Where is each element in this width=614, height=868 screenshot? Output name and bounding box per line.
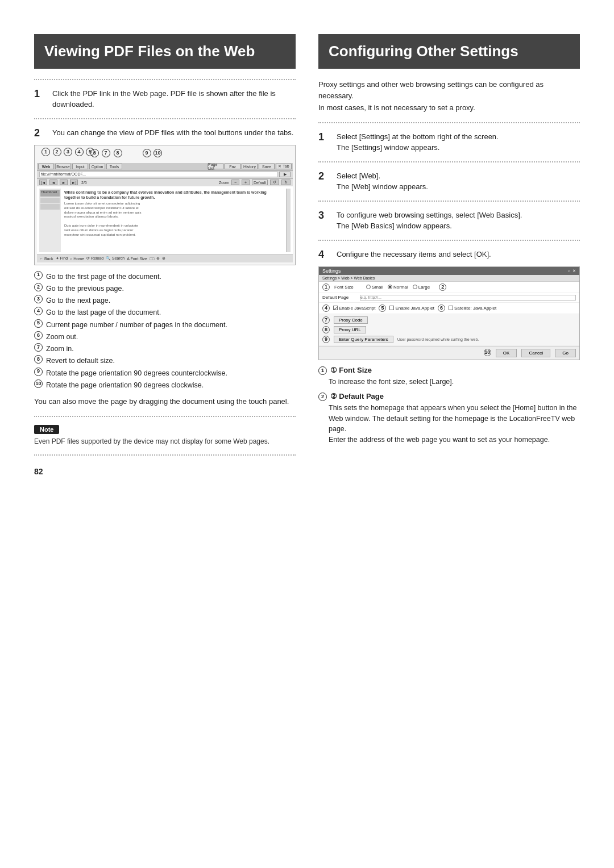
annot-7: 7 bbox=[102, 149, 110, 157]
settings-title: Settings bbox=[322, 268, 341, 274]
fontsize-small-radio[interactable] bbox=[366, 285, 371, 289]
r-step-2: 2 Select [Web]. The [Web] window appears… bbox=[318, 170, 580, 193]
right-intro: Proxy settings and other web browsing se… bbox=[318, 79, 580, 114]
fontsize-large[interactable]: Large bbox=[413, 285, 430, 290]
settings-ok-btn[interactable]: OK bbox=[496, 349, 517, 357]
right-section-title: Configuring Other Settings bbox=[318, 34, 580, 69]
step-2-text: You can change the view of PDF files wit… bbox=[52, 127, 293, 139]
sc-save-btn[interactable]: Save bbox=[259, 164, 275, 169]
settings-close-icon[interactable]: ✕ bbox=[572, 269, 576, 273]
annot-3: 3 bbox=[64, 148, 72, 156]
r-step-4-number: 4 bbox=[318, 249, 331, 261]
settings-annot-9: 9 bbox=[322, 336, 330, 343]
divider-2 bbox=[34, 118, 296, 119]
satellite-checkbox-item[interactable]: Satellite: Java Applet bbox=[449, 306, 496, 311]
r-step-2-number: 2 bbox=[318, 170, 331, 193]
step-2: 2 You can change the view of PDF files w… bbox=[34, 127, 296, 139]
note-label: Note bbox=[34, 425, 59, 434]
sc-input-tab[interactable]: Input bbox=[72, 164, 88, 169]
javascript-checkbox[interactable]: ✓ bbox=[333, 306, 338, 310]
settings-cancel-btn[interactable]: Cancel bbox=[521, 349, 550, 357]
breadcrumb-text: Settings > Web > Web Basics bbox=[322, 276, 375, 280]
annot-4: 4 bbox=[75, 148, 84, 156]
annot-8: 8 bbox=[114, 149, 122, 157]
sc-first-page[interactable]: |◄ bbox=[39, 180, 47, 185]
fontsize-large-label: Large bbox=[418, 285, 430, 290]
sc-sidebar: Thumbnail bbox=[39, 189, 61, 252]
satellite-checkbox[interactable] bbox=[449, 306, 453, 310]
sc-next-page[interactable]: ► bbox=[60, 180, 68, 185]
satellite-label: Satellite: Java Applet bbox=[454, 306, 496, 311]
sc-tools-tab[interactable]: Tools bbox=[106, 164, 122, 169]
r-divider-1 bbox=[318, 122, 580, 123]
annot-5: 5 bbox=[86, 148, 94, 156]
javascript-label: Enable JavaScript bbox=[339, 306, 375, 311]
sc-scrollbar[interactable] bbox=[286, 189, 291, 252]
java-applet-label: Enable Java Applet bbox=[395, 306, 434, 311]
fontsize-small[interactable]: Small bbox=[366, 285, 383, 290]
r-divider-3 bbox=[318, 201, 580, 202]
annot-1: 1 bbox=[42, 148, 50, 156]
sc-pagelist-btn[interactable]: Page List bbox=[208, 164, 223, 169]
list-item: 8 Revert to default size. bbox=[34, 355, 296, 367]
fontsize-small-label: Small bbox=[372, 285, 383, 290]
sc-rotate-ccw[interactable]: ↻ bbox=[281, 180, 291, 185]
sc-prev-page[interactable]: ◄ bbox=[49, 180, 57, 185]
list-item: 1 Go to the first page of the document. bbox=[34, 271, 296, 283]
r-step-3-number: 3 bbox=[318, 210, 331, 232]
font-size-radio-group: Small Normal Large bbox=[366, 285, 430, 290]
annot-10: 10 bbox=[154, 149, 162, 157]
proxy-code-btn[interactable]: Proxy Code bbox=[334, 316, 368, 324]
page: Viewing PDF Files on the Web 1 Click the… bbox=[0, 0, 614, 868]
r-step-3: 3 To configure web browsing settings, se… bbox=[318, 210, 580, 232]
sc-rotate-cw[interactable]: ↺ bbox=[270, 180, 279, 185]
fontsize-normal-radio[interactable] bbox=[388, 285, 392, 289]
pdf-viewer-screenshot: 1 2 3 4 5 6 7 8 9 10 bbox=[34, 145, 296, 265]
r-step-4-text: Configure the necessary items and select… bbox=[337, 249, 491, 261]
step-2-number: 2 bbox=[34, 127, 47, 139]
enter-query-btn[interactable]: Enter Query Parameters bbox=[334, 336, 393, 343]
r-step-1-number: 1 bbox=[318, 131, 331, 153]
java-applet-checkbox[interactable] bbox=[389, 306, 394, 310]
settings-annot-6: 6 bbox=[438, 304, 445, 312]
settings-annot-4: 4 bbox=[322, 304, 330, 312]
sc-zoom-in[interactable]: + bbox=[242, 180, 250, 185]
left-section-title: Viewing PDF Files on the Web bbox=[34, 34, 296, 69]
settings-home-icon[interactable]: ⌂ bbox=[568, 269, 570, 273]
java-applet-checkbox-item[interactable]: Enable Java Applet bbox=[389, 306, 434, 311]
sc-default-btn[interactable]: Default bbox=[252, 180, 268, 185]
sc-browser-tab[interactable]: Browse bbox=[55, 164, 71, 169]
sc-option-tab[interactable]: Option bbox=[89, 164, 105, 169]
sc-last-page[interactable]: ►| bbox=[70, 180, 78, 185]
settings-title-bar: Settings ⌂ ✕ bbox=[319, 267, 579, 275]
settings-defaultpage-label: Default Page bbox=[322, 295, 358, 300]
settings-annot-1: 1 bbox=[322, 283, 330, 291]
list-item: 7 Zoom in. bbox=[34, 343, 296, 355]
default-page-input[interactable] bbox=[360, 295, 576, 301]
sc-fav-btn[interactable]: Fav bbox=[225, 164, 240, 169]
javascript-checkbox-item[interactable]: ✓ Enable JavaScript bbox=[333, 306, 375, 311]
settings-fontsize-label: Font Size bbox=[334, 285, 363, 290]
sc-history-btn[interactable]: History bbox=[242, 164, 258, 169]
annot-1-title: ① Font Size bbox=[330, 366, 372, 374]
list-item: 9 Rotate the page orientation 90 degrees… bbox=[34, 368, 296, 379]
settings-annot-7: 7 bbox=[322, 316, 330, 324]
settings-footer: 10 OK Cancel Go bbox=[319, 346, 579, 360]
sc-x-tab[interactable]: ✕ Tab bbox=[276, 164, 292, 169]
sc-zoom-out[interactable]: − bbox=[231, 180, 239, 185]
list-item: 2 Go to the previous page. bbox=[34, 283, 296, 295]
divider-note bbox=[34, 416, 296, 417]
annot-1-circle: 1 bbox=[318, 366, 327, 375]
fontsize-normal[interactable]: Normal bbox=[388, 285, 408, 290]
annotation-defaultpage: 2 ② Default Page This sets the homepage … bbox=[318, 392, 580, 445]
proxy-url-btn[interactable]: Proxy URL bbox=[334, 326, 366, 333]
annot-2: 2 bbox=[53, 148, 61, 156]
sc-web-tab[interactable]: Web bbox=[38, 164, 54, 169]
list-item: 10 Rotate the page orientation 90 degree… bbox=[34, 379, 296, 391]
step-1-number: 1 bbox=[34, 88, 47, 110]
settings-go-btn[interactable]: Go bbox=[555, 349, 576, 357]
fontsize-large-radio[interactable] bbox=[413, 285, 417, 289]
settings-annot-5: 5 bbox=[379, 304, 386, 312]
two-column-layout: Viewing PDF Files on the Web 1 Click the… bbox=[34, 34, 580, 834]
sc-go-btn[interactable]: ▶ bbox=[279, 172, 291, 177]
